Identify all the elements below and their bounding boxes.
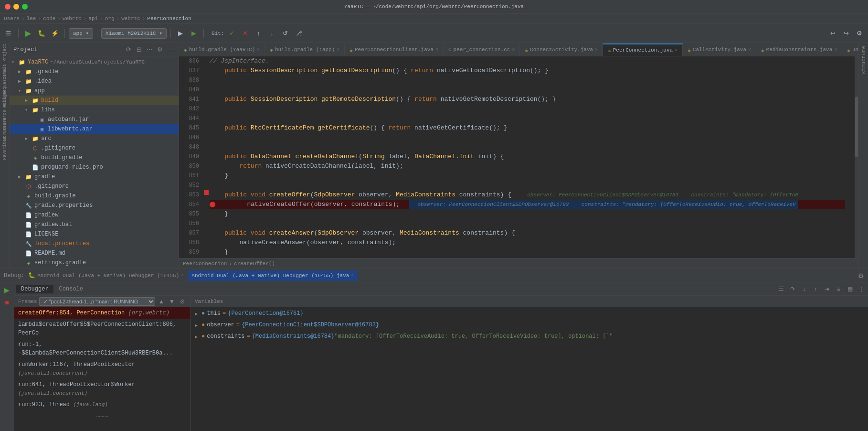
vertical-scrollbar[interactable] <box>855 56 858 258</box>
tree-item[interactable]: 📄 gradlew.bat <box>10 220 179 229</box>
tab-close-button[interactable]: × <box>595 47 598 53</box>
activity-favorites[interactable]: Favorites <box>0 140 9 156</box>
tree-item[interactable]: ◈ build.gradle <box>10 153 179 162</box>
app-selector[interactable]: app ▾ <box>69 28 93 39</box>
activity-structure[interactable]: Structure <box>0 121 9 137</box>
breadcrumb-item[interactable]: webrtc <box>63 16 82 22</box>
activity-project[interactable]: Project <box>0 45 9 60</box>
variable-item[interactable]: ▶ ● observer = {PeerConnectionClient$SDP… <box>191 320 868 331</box>
frame-item[interactable]: runWorker:1167, ThreadPoolExecutor (java… <box>14 359 191 379</box>
tab-close-button[interactable]: × <box>435 47 438 53</box>
tab-peerclient[interactable]: ☕ PeerConnectionClient.java × <box>345 43 444 56</box>
tab-close-button[interactable]: × <box>834 47 837 53</box>
minimize-button[interactable] <box>13 4 19 10</box>
frame-item[interactable]: run:641, ThreadPoolExecutor$Worker (java… <box>14 379 191 399</box>
breadcrumb-item[interactable]: PeerConnection <box>147 16 191 22</box>
tree-item-selected[interactable]: ▣ libwebrtc.aar <box>10 124 179 134</box>
tree-item[interactable]: ⬡ .gitignore <box>10 143 179 153</box>
code-editor[interactable]: 836 837 838 840 841 842 844 845 846 848 … <box>179 56 858 258</box>
evaluate-button[interactable]: ≡ <box>834 284 843 294</box>
git-pull[interactable]: ↓ <box>266 28 277 39</box>
tab-peerconnection[interactable]: ☕ PeerConnection.java × <box>603 43 683 56</box>
tree-item[interactable]: 📄 README.md <box>10 248 179 258</box>
step-over-button[interactable]: ↷ <box>788 284 797 294</box>
stop-button[interactable]: ■ <box>1 297 13 308</box>
debug-settings-button[interactable]: ⚙ <box>858 272 864 280</box>
breadcrumb-part[interactable]: createOffer() <box>234 261 275 267</box>
maximize-button[interactable] <box>22 4 28 10</box>
tree-item[interactable]: ▶ 📁 .idea <box>10 76 179 86</box>
frame-item[interactable]: createOffer:854, PeerConnection (org.web… <box>14 307 191 319</box>
tab-close-button[interactable]: × <box>512 47 515 53</box>
tree-item[interactable]: ▶ 📁 src <box>10 134 179 143</box>
attach-button[interactable]: ⚡ <box>49 28 61 39</box>
tree-item[interactable]: ◈ build.gradle <box>10 191 179 201</box>
tab-call-activity[interactable]: ☕ CallActivity.java × <box>683 43 756 56</box>
variable-item[interactable]: ▶ ● constraints = {MediaConstraints@1678… <box>191 331 868 343</box>
tab-close-button[interactable]: × <box>675 48 677 53</box>
tree-item[interactable]: 📄 proguard-rules.pro <box>10 162 179 172</box>
tree-item[interactable]: 📄 LICENSE <box>10 229 179 239</box>
breadcrumb-part[interactable]: PeerConnection <box>183 261 227 267</box>
breadcrumb-item[interactable]: code <box>43 16 55 22</box>
run-to-cursor-button[interactable]: ⇥ <box>822 284 832 294</box>
frames-list-btn[interactable]: ▤ <box>845 284 855 294</box>
frame-down-button[interactable]: ▼ <box>168 297 176 306</box>
debug-session-tab-close[interactable]: × <box>351 273 354 278</box>
git-branch[interactable]: ⎇ <box>293 28 304 39</box>
scrollbar-thumb[interactable] <box>855 97 858 157</box>
tree-item[interactable]: ▶ 📁 .gradle <box>10 67 179 76</box>
activity-resource[interactable]: Resource Manager <box>0 102 9 118</box>
resume-button[interactable]: ▶ <box>1 284 13 296</box>
tree-item[interactable]: 🔧 gradle.properties <box>10 201 179 210</box>
step-into-button[interactable]: ↓ <box>799 284 809 294</box>
tab-connect-activity[interactable]: ☕ ConnectActivity.java × <box>520 43 603 56</box>
debug-session-tab-2[interactable]: Android Dual (Java + Native) Debugger (1… <box>188 270 358 281</box>
tab-peer-cc[interactable]: C peer_connection.cc × <box>444 43 520 56</box>
tab-build-gradle-app[interactable]: ◈ build.gradle (:app) × <box>265 43 345 56</box>
structure-label[interactable]: Structure <box>860 43 868 77</box>
run-button[interactable]: ▶ <box>22 28 34 39</box>
device-selector[interactable]: Xiaomi M2012K11C ▾ <box>101 28 167 39</box>
tree-item[interactable]: ▣ autobanh.jar <box>10 115 179 124</box>
window-controls[interactable] <box>5 4 28 10</box>
panel-close[interactable]: — <box>166 45 175 54</box>
menu-button[interactable]: ☰ <box>3 28 14 39</box>
git-checkmark[interactable]: ✓ <box>226 28 237 39</box>
tree-item[interactable]: ▾ 📁 app <box>10 86 179 96</box>
tab-console[interactable]: Console <box>54 285 88 293</box>
code-content[interactable]: // JspInterface. public SessionDescripti… <box>210 56 855 258</box>
frames-icon[interactable]: ☰ <box>776 284 786 294</box>
frame-item[interactable]: run:-1, -$$Lambda$PeerConnectionClient$H… <box>14 339 191 359</box>
debug-button[interactable]: 🐛 <box>36 28 47 39</box>
tree-item[interactable]: 📄 gradlew <box>10 210 179 220</box>
tab-close-button[interactable]: × <box>748 47 751 53</box>
debug-session-close[interactable]: × <box>181 273 184 278</box>
settings-gear[interactable]: ⚙ <box>156 45 164 54</box>
undo-button[interactable]: ↩ <box>827 28 838 39</box>
frame-item[interactable]: lambda$createOffer$5$PeerConnectionClien… <box>14 319 191 339</box>
git-history[interactable]: ↺ <box>279 28 291 39</box>
tree-item[interactable]: ▾ 📁 libs <box>10 105 179 115</box>
sync-button[interactable]: ⟳ <box>124 45 133 54</box>
redo-button[interactable]: ↪ <box>840 28 852 39</box>
tree-root[interactable]: ▾ 📁 YaaRTC ~/AndroidStudioProjects/YaaRT… <box>10 57 179 67</box>
breadcrumb-item[interactable]: lee <box>27 16 36 22</box>
variable-item[interactable]: ▶ ● this = {PeerConnection@16761} <box>191 308 868 320</box>
tree-item[interactable]: 🔧 local.properties <box>10 239 179 248</box>
tab-close-button[interactable]: × <box>257 47 260 53</box>
tree-item[interactable]: ⬡ .gitignore <box>10 182 179 191</box>
git-cross[interactable]: ✕ <box>239 28 251 39</box>
tab-build-gradle-yaartc[interactable]: ◈ build.gradle (YaaRTC) × <box>179 43 265 56</box>
more-options-btn[interactable]: ⋮ <box>857 284 866 294</box>
debug-config-button[interactable]: ▶ <box>188 28 200 39</box>
breadcrumb-item[interactable]: api <box>88 16 98 22</box>
frame-filter-button[interactable]: ⊘ <box>178 297 187 306</box>
run-config-button[interactable]: ▶ <box>175 28 186 39</box>
tab-debugger[interactable]: Debugger <box>16 285 53 293</box>
frame-up-button[interactable]: ▲ <box>157 297 166 306</box>
tree-item[interactable]: ◈ settings.gradle <box>10 258 179 268</box>
options-button[interactable]: ⋯ <box>145 45 154 54</box>
collapse-button[interactable]: ⊟ <box>135 45 143 54</box>
tab-mediaconstraints[interactable]: ☕ MediaConstraints.java × <box>756 43 842 56</box>
